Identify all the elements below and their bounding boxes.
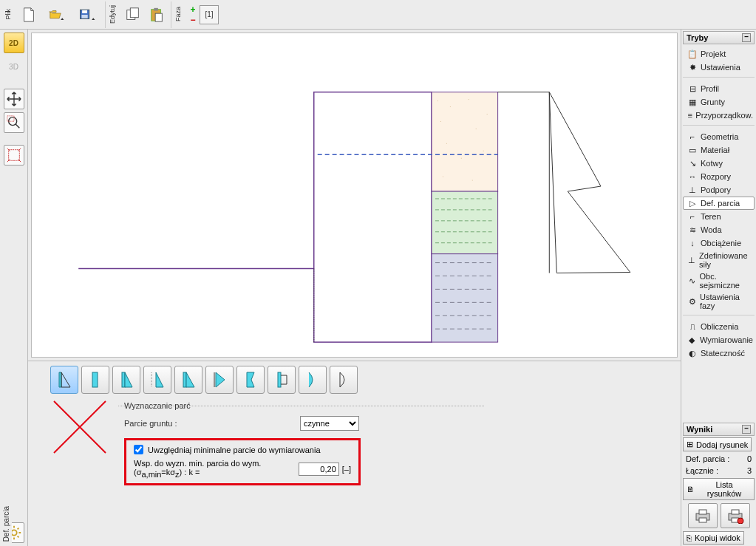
tree-item-label: Woda [701, 225, 722, 234]
min-pressure-checkbox-label: Uwzględniaj minimalne parcie do wymiarow… [148, 446, 321, 454]
tree-item-kotwy[interactable]: ↘Kotwy [683, 157, 755, 170]
tree-item-defparcia[interactable]: ▷Def. parcia [683, 197, 755, 210]
tree-item-material[interactable]: ▭Materiał [683, 143, 755, 157]
copy-button[interactable] [122, 4, 144, 26]
paste-button[interactable] [146, 4, 168, 26]
drawing-viewport[interactable] [31, 33, 678, 358]
view-2d-button[interactable]: 2D [4, 33, 24, 53]
phase-add-button[interactable]: + [188, 4, 198, 15]
tree-item-obcsejsm[interactable]: ∿Obc. sejsmiczne [683, 270, 755, 291]
tree-item-label: Rozpory [701, 172, 731, 181]
parcie-gruntu-label: Parcie gruntu : [124, 419, 294, 428]
coef-label: Wsp. do wyzn. min. parcia do wym. (σa,mi… [134, 459, 296, 479]
pressure-mode-10[interactable] [330, 366, 358, 394]
add-drawing-button[interactable]: ⊞ Dodaj rysunek [683, 437, 752, 451]
tree-item-label: Zdefiniowane siły [699, 251, 753, 269]
svg-rect-27 [432, 191, 498, 254]
drawing-list-button[interactable]: 🗎 Lista rysunków [683, 478, 755, 500]
tree-item-statecznosc[interactable]: ◐Stateczność [683, 347, 755, 360]
min-pressure-checkbox[interactable] [134, 445, 143, 454]
pressure-mode-6[interactable] [205, 366, 234, 394]
modes-panel-title: Tryby [687, 33, 708, 42]
grunty-icon: ▦ [687, 97, 698, 107]
pressure-mode-1[interactable] [50, 366, 78, 394]
results-panel-title: Wyniki [687, 425, 712, 434]
tree-item-rozpory[interactable]: ↔Rozpory [683, 170, 755, 183]
tree-item-podpory[interactable]: ⊥Podpory [683, 183, 755, 197]
tree-item-ustawienia[interactable]: ✸Ustawienia [683, 61, 755, 74]
coef-row: Wsp. do wyzn. min. parcia do wym. (σa,mi… [134, 459, 351, 479]
tree-item-zdefsily[interactable]: ⊥Zdefiniowane siły [683, 250, 755, 270]
ustfazy-icon: ⚙ [687, 296, 697, 307]
coef-k-input[interactable] [299, 463, 339, 476]
tree-item-label: Podpory [701, 185, 731, 194]
tree-item-label: Kotwy [701, 159, 723, 168]
pressure-mode-9[interactable] [299, 366, 327, 394]
svg-rect-50 [699, 510, 706, 514]
results-panel-minimize[interactable]: – [742, 425, 751, 434]
statecznosc-icon: ◐ [687, 348, 698, 358]
print-button[interactable] [688, 503, 718, 528]
tree-item-ustfazy[interactable]: ⚙Ustawienia fazy [683, 291, 755, 312]
add-drawing-icon: ⊞ [687, 440, 693, 449]
pressure-mode-4[interactable] [143, 366, 171, 394]
parcie-gruntu-select[interactable]: czynne [300, 416, 359, 431]
fit-view-button[interactable] [4, 145, 24, 165]
tree-item-label: Obciążenie [701, 239, 741, 248]
zdefsily-icon: ⊥ [687, 255, 696, 265]
projekt-icon: 📋 [687, 49, 698, 59]
tree-item-wymiar[interactable]: ◆Wymiarowanie [683, 333, 755, 347]
new-file-button[interactable] [18, 4, 40, 26]
open-file-button[interactable] [41, 4, 71, 26]
tree-item-obliczenia[interactable]: ⎍Obliczenia [683, 320, 755, 333]
tree-item-label: Przyporządkow. [695, 111, 753, 120]
pressure-mode-8[interactable] [268, 366, 296, 394]
file-menu-label[interactable]: Plik [3, 9, 13, 20]
status-left-strip: Def. parcia [0, 361, 12, 546]
fieldset-title: Wyznaczanie parć [124, 401, 676, 410]
pressure-mode-5[interactable] [174, 366, 202, 394]
copy-view-button[interactable]: ⎘ Kopiuj widok [683, 531, 744, 545]
svg-rect-2 [81, 15, 87, 18]
view-3d-button[interactable]: 3D [4, 56, 24, 77]
print-color-button[interactable] [721, 503, 750, 528]
tree-item-profil[interactable]: ⊟Profil [683, 82, 755, 95]
tree-item-teren[interactable]: ⌐Teren [683, 210, 755, 223]
tree-item-przyporz[interactable]: ≡Przyporządkow. [683, 109, 755, 122]
pressure-mode-2[interactable] [81, 366, 109, 394]
modes-panel-minimize[interactable]: – [742, 33, 751, 42]
phase-menu-label[interactable]: Faza [173, 7, 183, 21]
rozpory-icon: ↔ [687, 171, 698, 182]
edit-menu-label[interactable]: Edytuj [107, 5, 118, 24]
tree-item-label: Stateczność [701, 349, 745, 358]
tree-item-label: Teren [701, 212, 721, 221]
tree-item-woda[interactable]: ≋Woda [683, 223, 755, 236]
zoom-button[interactable] [4, 112, 24, 133]
tree-item-label: Grunty [701, 98, 725, 106]
svg-rect-42 [92, 372, 98, 387]
save-file-button[interactable] [72, 4, 102, 26]
tree-item-projekt[interactable]: 📋Projekt [683, 47, 755, 61]
right-panel: Tryby – 📋Projekt✸Ustawienia⊟Profil▦Grunt… [681, 30, 756, 546]
svg-rect-4 [130, 7, 138, 17]
tree-item-grunty[interactable]: ▦Grunty [683, 95, 755, 109]
tree-item-label: Def. parcia [701, 199, 740, 208]
pressure-mode-7[interactable] [236, 366, 265, 394]
min-pressure-box: Uwzględniaj minimalne parcie do wymiarow… [124, 438, 361, 485]
tree-item-geometria[interactable]: ⌐Geometria [683, 130, 755, 143]
defparcia-icon: ▷ [687, 198, 698, 208]
edit-group [119, 1, 171, 28]
svg-rect-53 [732, 510, 739, 514]
podpory-icon: ⊥ [687, 185, 698, 195]
tree-item-obciazenie[interactable]: ↓Obciążenie [683, 236, 755, 250]
phase-group: + − [1] [185, 1, 222, 28]
pan-button[interactable] [4, 89, 24, 109]
coef-unit: [–] [342, 465, 351, 474]
bottom-panel: Wyznaczanie parć Parcie gruntu : czynne … [28, 361, 681, 546]
geometria-icon: ⌐ [687, 132, 698, 142]
phase-tab-1[interactable]: [1] [200, 5, 219, 24]
tree-item-label: Geometria [701, 132, 738, 141]
defparcia-count-row: Def. parcia :0 [681, 453, 756, 465]
phase-remove-button[interactable]: − [188, 15, 198, 25]
pressure-mode-3[interactable] [112, 366, 140, 394]
